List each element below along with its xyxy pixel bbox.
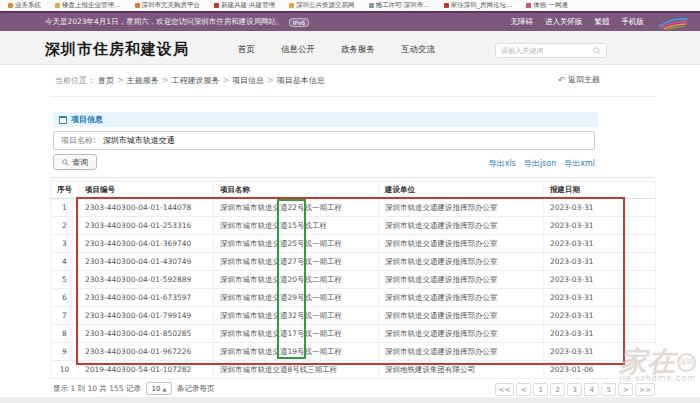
page-button[interactable]: 2 <box>550 383 565 396</box>
cell-project-name-link[interactable]: 深圳市城市轨道交通20号线二期工程 <box>214 271 379 289</box>
table-header-row: 序号项目编号项目名称建设单位报建日期 <box>51 182 656 199</box>
cell-index: 2 <box>51 217 79 235</box>
page-button[interactable]: 4 <box>584 383 599 396</box>
cell-filing-date: 2023-03-31 <box>544 325 656 343</box>
cell-project-number-link[interactable]: 2303-440300-04-01-430749 <box>79 253 214 271</box>
breadcrumb-item[interactable]: 工程建设服务 <box>171 75 219 86</box>
bookmark-label: 体验 一网通 <box>533 1 568 10</box>
site-search[interactable] <box>495 43 607 58</box>
cell-filing-date: 2023-03-31 <box>544 307 656 325</box>
cell-project-name-link[interactable]: 深圳市城市轨道交通32号线一期工程 <box>214 307 379 325</box>
search-icon[interactable] <box>593 47 601 55</box>
topbar-link[interactable]: 进入关怀版 <box>545 17 583 27</box>
table-header-cell: 序号 <box>51 182 79 199</box>
cell-project-number-link[interactable]: 2303-440300-04-01-592889 <box>79 271 214 289</box>
bookmark-favicon-icon <box>289 3 294 8</box>
bookmark-item[interactable]: 业务系统 <box>8 1 41 10</box>
export-link[interactable]: 导出xml <box>564 158 595 169</box>
cell-project-name-link[interactable]: 深圳市城市轨道交通27号线一期工程 <box>214 253 379 271</box>
cell-project-name-link[interactable]: 深圳市城市轨道交通15号线工程 <box>214 217 379 235</box>
topbar-link[interactable]: 无障碍 <box>511 17 534 27</box>
colorful-swoosh-logo-icon <box>656 15 690 30</box>
nav-item[interactable]: 信息公开 <box>281 44 315 56</box>
breadcrumb-item[interactable]: 主题服务 <box>127 75 159 86</box>
bookmark-item[interactable]: 施工许可·深圳市… <box>369 1 430 10</box>
page-button[interactable]: << <box>495 383 515 396</box>
breadcrumb: 当前位置： 首页>主题服务>工程建设服务>项目信息>项目基本信息 <box>55 75 325 86</box>
cell-project-number-link[interactable]: 2303-440300-04-01-967226 <box>79 343 214 361</box>
cell-project-number-link[interactable]: 2303-440300-04-01-144078 <box>79 199 214 217</box>
page-footer-strip <box>0 397 700 403</box>
page-button[interactable]: 1 <box>533 383 548 396</box>
bookmark-favicon-icon <box>214 3 219 8</box>
breadcrumb-separator: > <box>162 76 169 85</box>
cell-project-name-link[interactable]: 深圳市城市轨道交通22号线一期工程 <box>214 199 379 217</box>
magnifier-icon <box>62 159 69 166</box>
cell-filing-date: 2023-01-06 <box>544 361 656 379</box>
table-header-cell: 建设单位 <box>379 182 544 199</box>
table-row: 102019-440300-54-01-107282深圳市城市轨道交通8号线三期… <box>51 361 656 379</box>
export-links: 导出xls导出json导出xml <box>440 158 595 169</box>
query-button[interactable]: 查询 <box>53 154 97 170</box>
page-button[interactable]: > <box>618 383 633 396</box>
cell-project-name-link[interactable]: 深圳市城市轨道交通19号线一期工程 <box>214 343 379 361</box>
cell-filing-date: 2023-03-31 <box>544 271 656 289</box>
browser-window: 业务系统楼盘上报企业管理…深圳市完美购房平台新建共建·共建管理深圳公共资源交易网… <box>0 0 700 403</box>
nav-item[interactable]: 互动交流 <box>401 44 435 56</box>
cell-index: 1 <box>51 199 79 217</box>
nav-item[interactable]: 政务服务 <box>341 44 375 56</box>
bookmark-item[interactable]: 深圳公共资源交易网 <box>289 1 355 10</box>
breadcrumb-item[interactable]: 项目基本信息 <box>277 75 325 86</box>
bookmark-label: 家住深圳_房网论坛… <box>451 1 513 10</box>
cell-project-number-link[interactable]: 2303-440300-04-01-673597 <box>79 289 214 307</box>
table-row: 62303-440300-04-01-673597深圳市城市轨道交通29号线一期… <box>51 289 656 307</box>
content-divider <box>50 96 655 97</box>
bookmark-item[interactable]: 深圳市完美购房平台 <box>135 1 201 10</box>
cell-construction-unit: 深圳市轨道交通建设指挥部办公室 <box>379 217 544 235</box>
page-button[interactable]: >> <box>635 383 655 396</box>
table-header-cell: 项目编号 <box>79 182 214 199</box>
cell-construction-unit: 深圳市轨道交通建设指挥部办公室 <box>379 235 544 253</box>
topbar-link[interactable]: 繁體 <box>595 17 610 27</box>
cell-project-number-link[interactable]: 2303-440300-04-01-799149 <box>79 307 214 325</box>
cell-project-number-link[interactable]: 2303-440300-04-01-253316 <box>79 217 214 235</box>
export-link[interactable]: 导出xls <box>489 158 516 169</box>
cell-construction-unit: 深圳市轨道交通建设指挥部办公室 <box>379 271 544 289</box>
ipv6-badge[interactable]: IPv6 <box>289 18 310 27</box>
topbar-links: 无障碍进入关怀版繁體手机版 <box>511 15 691 30</box>
table-top-divider <box>50 177 655 178</box>
cell-index: 6 <box>51 289 79 307</box>
bookmark-item[interactable]: 楼盘上报企业管理… <box>55 1 121 10</box>
cell-project-number-link[interactable]: 2019-440300-54-01-107282 <box>79 361 214 379</box>
panel-icon <box>59 116 67 124</box>
page-size-select[interactable]: 10 ▲ <box>146 382 172 395</box>
topbar-link[interactable]: 手机版 <box>622 17 645 27</box>
search-input[interactable] <box>501 47 593 54</box>
cell-project-name-link[interactable]: 深圳市城市轨道交通29号线一期工程 <box>214 289 379 307</box>
cell-project-name-link[interactable]: 深圳市城市轨道交通17号线一期工程 <box>214 325 379 343</box>
project-name-field[interactable]: 项目名称: <box>53 131 595 150</box>
bookmark-item[interactable]: 新建共建·共建管理 <box>214 1 275 10</box>
page-button[interactable]: 5 <box>601 383 616 396</box>
cell-project-number-link[interactable]: 2303-440300-04-01-850285 <box>79 325 214 343</box>
bookmarks-bar: 业务系统楼盘上报企业管理…深圳市完美购房平台新建共建·共建管理深圳公共资源交易网… <box>0 0 700 11</box>
cell-project-number-link[interactable]: 2303-440300-04-01-369740 <box>79 235 214 253</box>
nav-item[interactable]: 首页 <box>238 44 255 56</box>
project-name-input[interactable] <box>103 132 594 149</box>
return-to-topic-link[interactable]: ↶ 返回主题 <box>557 74 600 85</box>
page-button[interactable]: < <box>516 383 531 396</box>
cell-project-name-link[interactable]: 深圳市城市轨道交通25号线一期工程 <box>214 235 379 253</box>
export-link[interactable]: 导出json <box>524 158 556 169</box>
breadcrumb-separator: > <box>222 76 229 85</box>
cell-construction-unit: 深圳市轨道交通建设指挥部办公室 <box>379 307 544 325</box>
cell-filing-date: 2023-03-31 <box>544 217 656 235</box>
table-row: 92303-440300-04-01-967226深圳市城市轨道交通19号线一期… <box>51 343 656 361</box>
bookmark-item[interactable]: 家住深圳_房网论坛… <box>444 1 513 10</box>
breadcrumb-item[interactable]: 项目信息 <box>232 75 264 86</box>
page-button[interactable]: 3 <box>567 383 582 396</box>
bookmark-item[interactable]: 体验 一网通 <box>526 1 568 10</box>
cell-project-name-link[interactable]: 深圳市城市轨道交通8号线三期工程 <box>214 361 379 379</box>
return-to-topic-label: 返回主题 <box>568 74 600 85</box>
cell-filing-date: 2023-03-31 <box>544 289 656 307</box>
breadcrumb-item[interactable]: 首页 <box>98 75 114 86</box>
